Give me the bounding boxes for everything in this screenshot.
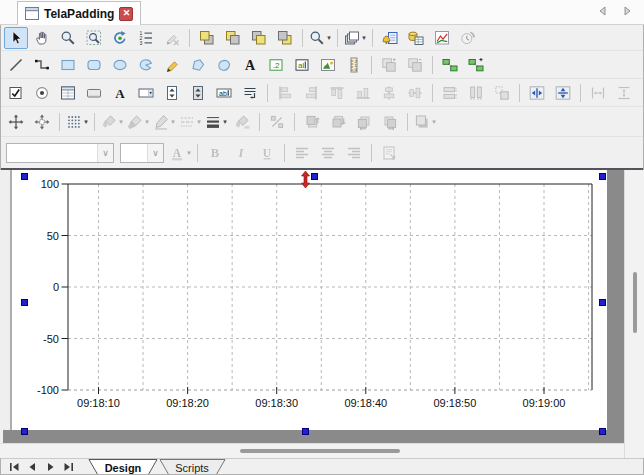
vertical-scrollbar[interactable] xyxy=(624,170,644,458)
next-page-button[interactable] xyxy=(43,461,58,474)
insert-checkbox-button[interactable] xyxy=(4,82,28,104)
pan-tool-button[interactable] xyxy=(30,27,54,49)
shadow-top-button[interactable] xyxy=(300,111,324,133)
space-equally-horizontal-button[interactable] xyxy=(586,82,610,104)
align-rights-button[interactable] xyxy=(299,82,323,104)
center-in-window-vertical-button[interactable] xyxy=(551,82,575,104)
refresh-button[interactable] xyxy=(108,27,132,49)
horizontal-scrollbar-thumb[interactable] xyxy=(240,449,400,453)
insert-spinedit-button[interactable] xyxy=(160,82,184,104)
selection-handle[interactable] xyxy=(599,428,606,435)
layers-button[interactable]: ▾ xyxy=(343,27,367,49)
previous-page-button[interactable] xyxy=(25,461,40,474)
text-properties-button[interactable] xyxy=(377,142,401,164)
insert-updown-button[interactable] xyxy=(186,82,210,104)
bring-to-front-button[interactable] xyxy=(195,27,219,49)
selection-handle[interactable] xyxy=(21,428,28,435)
selection-handle[interactable] xyxy=(599,173,606,180)
insert-label-button[interactable]: A xyxy=(108,82,132,104)
group-button[interactable] xyxy=(377,54,401,76)
send-to-back-button[interactable] xyxy=(221,27,245,49)
bold-button[interactable]: B xyxy=(203,142,227,164)
same-height-button[interactable] xyxy=(464,82,488,104)
font-size-combo[interactable]: ∨ xyxy=(120,143,164,163)
align-lefts-button[interactable] xyxy=(273,82,297,104)
draw-line-button[interactable] xyxy=(4,54,28,76)
align-text-center-button[interactable] xyxy=(316,142,340,164)
align-centers-vertical-button[interactable] xyxy=(403,82,427,104)
ungroup-button[interactable] xyxy=(403,54,427,76)
italic-button[interactable]: I xyxy=(229,142,253,164)
zoom-tool-button[interactable] xyxy=(56,27,80,49)
font-color-button[interactable]: A▾ xyxy=(168,142,192,164)
align-text-left-button[interactable] xyxy=(290,142,314,164)
space-equally-vertical-button[interactable] xyxy=(612,82,636,104)
shadow-style-button[interactable]: ▾ xyxy=(413,111,437,133)
draw-rectangle-button[interactable] xyxy=(56,54,80,76)
insert-image-button[interactable] xyxy=(316,54,340,76)
close-tab-button[interactable]: ✕ xyxy=(119,7,133,21)
data-tables-button[interactable] xyxy=(404,27,428,49)
underline-button[interactable]: U xyxy=(255,142,279,164)
shadow-bottom-button[interactable] xyxy=(326,111,350,133)
same-size-button[interactable] xyxy=(490,82,514,104)
zoom-level-button[interactable]: ▾ xyxy=(308,27,332,49)
align-tops-button[interactable] xyxy=(325,82,349,104)
shadow-right-button[interactable] xyxy=(378,111,402,133)
align-bottoms-button[interactable] xyxy=(351,82,375,104)
insert-text-button[interactable]: A xyxy=(238,54,262,76)
vertical-scrollbar-thumb[interactable] xyxy=(633,272,637,333)
design-page[interactable] xyxy=(12,170,607,430)
insert-ruler-button[interactable]: 210 xyxy=(342,54,366,76)
line-color-button[interactable]: ▾ xyxy=(152,111,176,133)
grid-options-button[interactable]: ▾ xyxy=(65,111,89,133)
horizontal-scrollbar[interactable] xyxy=(0,443,624,458)
line-style-button[interactable]: ▾ xyxy=(178,111,202,133)
fill-bucket-button[interactable] xyxy=(230,111,254,133)
draw-arc-button[interactable] xyxy=(134,54,158,76)
connector-add-button[interactable] xyxy=(464,54,488,76)
transparency-button[interactable] xyxy=(265,111,289,133)
document-tab-telapadding[interactable]: TelaPadding ✕ xyxy=(17,1,141,25)
edit-locked-button[interactable] xyxy=(160,27,184,49)
bring-forward-button[interactable] xyxy=(247,27,271,49)
draw-curve-button[interactable] xyxy=(212,54,236,76)
insert-listview-button[interactable] xyxy=(56,82,80,104)
draw-rounded-rectangle-button[interactable] xyxy=(82,54,106,76)
tab-scroll-right-button[interactable] xyxy=(623,6,632,16)
center-in-window-horizontal-button[interactable] xyxy=(525,82,549,104)
draw-polyline-button[interactable] xyxy=(30,54,54,76)
selection-handle[interactable] xyxy=(21,173,28,180)
draw-polygon-button[interactable] xyxy=(186,54,210,76)
align-text-right-button[interactable] xyxy=(342,142,366,164)
send-backward-button[interactable] xyxy=(273,27,297,49)
size-mode-button[interactable] xyxy=(30,111,54,133)
shadow-left-button[interactable] xyxy=(352,111,376,133)
selection-handle[interactable] xyxy=(21,299,28,306)
data-refresh-button[interactable] xyxy=(456,27,480,49)
first-page-button[interactable] xyxy=(7,461,22,474)
same-width-button[interactable] xyxy=(438,82,462,104)
insert-edit-button[interactable]: ab xyxy=(212,82,236,104)
insert-button-button[interactable] xyxy=(82,82,106,104)
connector-button[interactable] xyxy=(438,54,462,76)
tab-order-button[interactable]: 123 xyxy=(134,27,158,49)
insert-text-field-button[interactable]: al xyxy=(290,54,314,76)
zoom-region-tool-button[interactable] xyxy=(82,27,106,49)
align-centers-horizontal-button[interactable] xyxy=(377,82,401,104)
brush-color-button[interactable]: ▾ xyxy=(126,111,150,133)
draw-ellipse-button[interactable] xyxy=(108,54,132,76)
insert-radiobutton-button[interactable] xyxy=(30,82,54,104)
insert-number-field-button[interactable]: .2 xyxy=(264,54,288,76)
insert-combobox-button[interactable] xyxy=(134,82,158,104)
form-events-button[interactable] xyxy=(378,27,402,49)
line-width-button[interactable]: ▾ xyxy=(204,111,228,133)
last-page-button[interactable] xyxy=(61,461,76,474)
chart-wizard-button[interactable] xyxy=(430,27,454,49)
fill-color-button[interactable]: ▾ xyxy=(100,111,124,133)
insert-memo-button[interactable] xyxy=(238,82,262,104)
move-mode-button[interactable] xyxy=(4,111,28,133)
tab-scroll-left-button[interactable] xyxy=(598,6,607,16)
font-name-combo[interactable]: ∨ xyxy=(6,143,114,163)
selection-handle[interactable] xyxy=(599,299,606,306)
